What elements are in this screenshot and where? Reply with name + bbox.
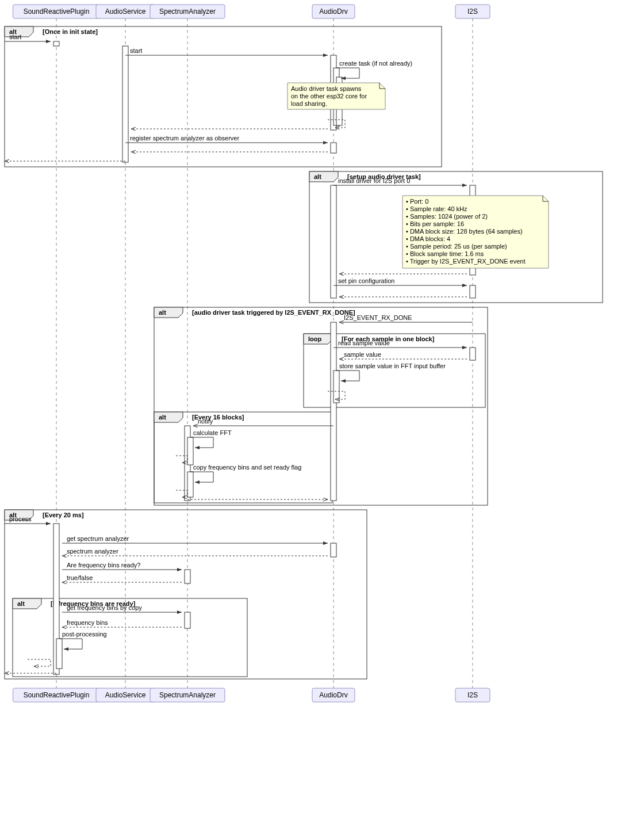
activation-p4 — [331, 322, 336, 501]
msg-label-m27: Are frequency bins ready? — [67, 562, 140, 568]
note-line-n2-0: • Port: 0 — [406, 198, 428, 205]
msg-label-m3: create task (if not already) — [339, 60, 412, 67]
msg-label-m26: spectrum analyzer — [67, 548, 118, 555]
participant-label-p5: I2S — [467, 691, 478, 699]
msg-label-m30: frequency bins — [67, 619, 108, 626]
frame-type-f4: loop — [308, 335, 321, 342]
frame-cond-f3: [audio driver task triggered by I2S_EVEN… — [192, 309, 355, 316]
participant-label-p5: I2S — [467, 7, 478, 16]
msg-label-m20: calculate FFT — [193, 429, 232, 436]
frame-cond-f6: [Every 20 ms] — [43, 512, 84, 518]
activation-p4 — [334, 371, 339, 403]
msg-label-m16: sample value — [344, 351, 381, 358]
activation-p5 — [470, 285, 476, 298]
activation-p3 — [187, 437, 193, 465]
return-m31 — [28, 659, 51, 666]
msg-label-m22: copy frequency bins and set ready flag — [193, 464, 301, 471]
note-line-n1-2: load sharing. — [291, 100, 327, 107]
msg-m22 — [190, 472, 213, 482]
note-line-n2-8: • Trigger by I2S_EVENT_RX_DONE event — [406, 258, 525, 265]
msg-label-m24: process — [9, 516, 32, 522]
note-line-n2-1: • Sample rate: 40 kHz — [406, 205, 467, 212]
participant-label-p3: SpectrumAnalyzer — [159, 691, 216, 699]
msg-label-m7: register spectrum analyzer as observer — [130, 135, 239, 142]
frame-type-f2: alt — [314, 173, 321, 180]
msg-label-m29: get frequency bins by copy — [67, 604, 142, 611]
participant-label-p2: AudioService — [105, 7, 146, 16]
msg-label-m15: read sample value — [338, 339, 390, 346]
activation-p3 — [185, 612, 190, 628]
frame-type-f7: alt — [17, 600, 25, 607]
participant-label-p1: SoundReactivePlugin — [24, 7, 90, 16]
msg-m31 — [59, 639, 82, 649]
msg-label-m25: get spectrum analyzer — [67, 535, 129, 542]
msg-m3 — [336, 68, 359, 78]
note-line-n1-1: on the other esp32 core for — [291, 93, 367, 100]
note-line-n2-7: • Block sample time: 1.6 ms — [406, 250, 484, 257]
frame-type-f3: alt — [159, 309, 166, 316]
sequence-diagram: alt[Once in init state]alt[setup audio d… — [0, 0, 644, 713]
participant-label-p1: SoundReactivePlugin — [24, 691, 90, 699]
note-line-n2-6: • Sample period: 25 us (per sample) — [406, 243, 507, 250]
activation-p2 — [122, 46, 128, 162]
activation-p3 — [185, 570, 190, 583]
activation-p5 — [470, 348, 476, 360]
note-line-n2-3: • Bits per sample: 16 — [406, 220, 464, 227]
frame-type-f5: alt — [159, 414, 166, 421]
msg-label-m14: I2S_EVENT_RX_DONE — [344, 314, 412, 321]
note-line-n2-4: • DMA block size: 128 bytes (64 samples) — [406, 228, 523, 235]
participant-label-p2: AudioService — [105, 691, 146, 699]
msg-label-m2: start — [130, 47, 142, 54]
msg-m17 — [336, 371, 359, 381]
participant-label-p3: SpectrumAnalyzer — [159, 7, 216, 16]
msg-label-m19: notify — [198, 418, 213, 425]
activation-p1 — [56, 639, 62, 669]
note-line-n1-0: Audio driver task spawns — [291, 85, 362, 92]
msg-label-m1: start — [9, 33, 21, 40]
msg-label-m17: store sample value in FFT input buffer — [339, 363, 446, 369]
msg-label-m12: set pin configuration — [338, 277, 394, 284]
activation-p4 — [331, 543, 336, 557]
activation-p4 — [331, 185, 336, 298]
activation-p4 — [331, 143, 336, 153]
msg-label-m10: install driver for I2S port 0 — [338, 177, 410, 184]
msg-label-m31: post-processing — [62, 631, 107, 638]
activation-p1 — [53, 41, 59, 46]
msg-m20 — [190, 437, 213, 448]
frame-cond-f1: [Once in init state] — [43, 28, 98, 35]
note-line-n2-2: • Samples: 1024 (power of 2) — [406, 213, 488, 220]
participant-label-p4: AudioDrv — [319, 691, 347, 699]
note-line-n2-5: • DMA blocks: 4 — [406, 235, 450, 242]
activation-p3 — [187, 472, 193, 497]
msg-label-m28: true/false — [67, 574, 93, 581]
participant-label-p4: AudioDrv — [319, 7, 347, 16]
